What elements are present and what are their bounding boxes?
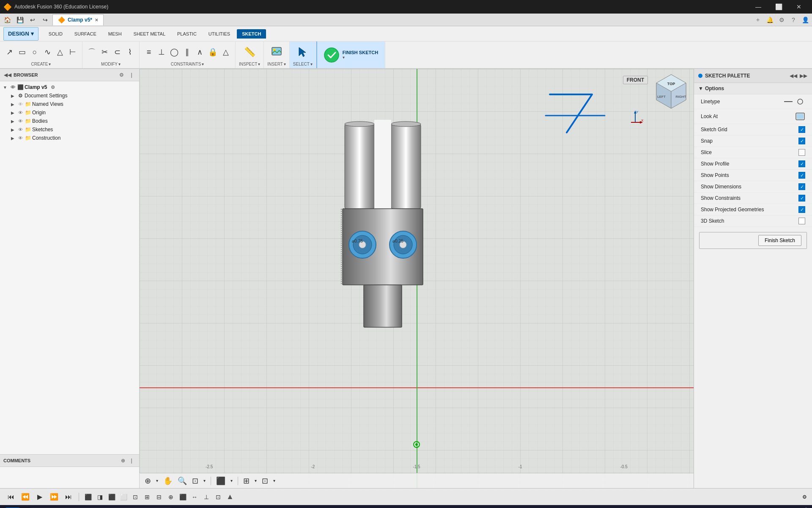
offset-tool[interactable]: ⊂ — [111, 47, 123, 58]
lock-constraint[interactable]: 🔒 — [206, 47, 219, 58]
tree-vis-clamp[interactable]: 👁 — [9, 84, 16, 91]
tab-utilities[interactable]: UTILITIES — [203, 29, 235, 39]
measure-tool[interactable]: 📏 — [242, 46, 257, 58]
browser-collapse-button[interactable]: ◀◀ — [3, 71, 12, 79]
close-button[interactable]: ✕ — [789, 0, 809, 14]
spline-tool[interactable]: ∿ — [41, 47, 53, 58]
tab-plastic[interactable]: PLASTIC — [172, 29, 202, 39]
view-label[interactable]: FRONT — [623, 76, 648, 84]
playback-next[interactable]: ⏩ — [48, 491, 60, 503]
palette-section-options[interactable]: ▼ Options — [694, 83, 812, 94]
view-cube[interactable]: TOP LEFT RIGHT — [652, 72, 690, 110]
timeline-settings[interactable]: ⚙ — [802, 494, 807, 500]
component-icon-9[interactable]: ⬛ — [178, 492, 187, 502]
tab-sketch[interactable]: SKETCH — [237, 29, 266, 39]
tree-arrow-doc-settings[interactable]: ▶ — [9, 92, 16, 99]
arc-tool[interactable]: ↗ — [3, 47, 15, 58]
comments-resize-button[interactable]: | — [127, 456, 136, 465]
linetype-select[interactable] — [783, 97, 793, 107]
tree-settings-clamp[interactable]: ⚙ — [49, 84, 56, 91]
profile-button[interactable]: 👤 — [800, 15, 810, 25]
minimize-button[interactable]: — — [749, 0, 768, 14]
redo-button[interactable]: ↪ — [40, 14, 51, 25]
tree-vis-named-views[interactable]: 👁 — [17, 101, 24, 108]
tree-vis-origin[interactable]: 👁 — [17, 109, 24, 116]
horizontal-constraint[interactable]: ≡ — [143, 47, 155, 58]
tab-solid[interactable]: SOLID — [44, 29, 68, 39]
component-icon-7[interactable]: ⊟ — [154, 492, 164, 502]
tab-list-button[interactable]: 🔔 — [765, 15, 775, 25]
timeline-marker[interactable]: ▲ — [225, 492, 235, 502]
tree-vis-construction[interactable]: 👁 — [17, 135, 24, 141]
tree-vis-bodies[interactable]: 👁 — [17, 118, 24, 124]
tree-item-construction[interactable]: ▶ 👁 📁 Construction — [0, 134, 139, 142]
parallel-constraint[interactable]: ∥ — [181, 47, 193, 58]
grid-dropdown[interactable]: ▾ — [253, 478, 258, 484]
component-icon-11[interactable]: ⊥ — [202, 492, 211, 502]
tree-arrow-bodies[interactable]: ▶ — [9, 118, 16, 124]
comments-add-button[interactable]: ⊕ — [119, 456, 127, 465]
browser-settings-button[interactable]: ⚙ — [117, 71, 126, 79]
maximize-button[interactable]: ⬜ — [769, 0, 788, 14]
snap-checkbox[interactable] — [798, 138, 805, 144]
playback-play[interactable]: ▶ — [34, 491, 46, 503]
component-icon-4[interactable]: ⬜ — [119, 492, 128, 502]
palette-expand-right[interactable]: ▶▶ — [799, 72, 808, 80]
viewport-canvas[interactable]: TOP LEFT RIGHT FRONT Y X — [140, 69, 694, 488]
sketch-grid-checkbox[interactable] — [798, 126, 805, 133]
circle-tool[interactable]: ○ — [29, 47, 41, 58]
show-projected-checkbox[interactable] — [798, 206, 805, 213]
tree-arrow-sketches[interactable]: ▶ — [9, 126, 16, 133]
tab-surface[interactable]: SURFACE — [69, 29, 102, 39]
browser-resize-button[interactable]: | — [127, 71, 136, 79]
ellipse-tool[interactable]: ◯ — [168, 47, 180, 58]
undo-button[interactable]: ↩ — [27, 14, 38, 25]
pan-button[interactable]: ✋ — [162, 475, 174, 486]
component-icon-8[interactable]: ⊕ — [166, 492, 176, 502]
tab-close-button[interactable]: ✕ — [95, 18, 98, 22]
tree-item-origin[interactable]: ▶ 👁 📁 Origin — [0, 108, 139, 117]
line-tool[interactable]: ⊢ — [67, 47, 79, 58]
linetype-option2[interactable] — [795, 97, 805, 107]
show-profile-checkbox[interactable] — [798, 160, 805, 167]
fillet-tool[interactable]: ⌒ — [86, 46, 98, 58]
component-icon-6[interactable]: ⊞ — [143, 492, 152, 502]
fit-dropdown[interactable]: ▾ — [202, 478, 207, 484]
tree-item-clamp[interactable]: ▼ 👁 ⬛ Clamp v5 ⚙ — [0, 83, 139, 91]
palette-collapse-left[interactable]: ◀◀ — [789, 72, 798, 80]
tab-mesh[interactable]: MESH — [103, 29, 127, 39]
design-button[interactable]: DESIGN ▾ — [3, 27, 38, 41]
insert-image[interactable] — [269, 45, 284, 59]
grid-button[interactable]: ⊞ — [241, 475, 251, 486]
polygon-tool[interactable]: △ — [54, 47, 66, 58]
tree-vis-sketches[interactable]: 👁 — [17, 126, 24, 133]
active-tab[interactable]: 🔶 Clamp v5* ✕ — [52, 14, 104, 25]
rectangle-tool[interactable]: ▭ — [16, 47, 28, 58]
perpendicular-constraint[interactable]: ⊥ — [156, 47, 167, 58]
zoom-button[interactable]: 🔍 — [176, 475, 189, 486]
component-icon-5[interactable]: ⊡ — [131, 492, 140, 502]
tree-arrow-construction[interactable]: ▶ — [9, 135, 16, 141]
new-tab-button[interactable]: ＋ — [753, 15, 763, 25]
display-mode-dropdown[interactable]: ▾ — [229, 478, 234, 484]
component-icon-2[interactable]: ◨ — [95, 492, 104, 502]
layout-button[interactable]: ⊡ — [260, 475, 270, 486]
show-dimensions-checkbox[interactable] — [798, 183, 805, 190]
tab-sheet-metal[interactable]: SHEET METAL — [129, 29, 170, 39]
trim-tool[interactable]: ✂ — [99, 47, 110, 58]
viewport[interactable]: TOP LEFT RIGHT FRONT Y X — [140, 69, 694, 488]
component-icon-12[interactable]: ⊡ — [214, 492, 223, 502]
look-at-button[interactable] — [795, 111, 805, 121]
component-icon-3[interactable]: ⬛ — [107, 492, 116, 502]
component-icon-10[interactable]: ↔ — [190, 492, 199, 502]
orbit-dropdown[interactable]: ▾ — [154, 478, 160, 484]
fit-button[interactable]: ⊡ — [190, 475, 200, 486]
slice-checkbox[interactable] — [798, 149, 805, 156]
3d-sketch-checkbox[interactable] — [798, 218, 805, 224]
tree-item-named-views[interactable]: ▶ 👁 📁 Named Views — [0, 100, 139, 108]
playback-last[interactable]: ⏭ — [63, 491, 74, 503]
help-button[interactable]: ? — [788, 15, 798, 25]
component-icon-1[interactable]: ⬛ — [83, 492, 93, 502]
tree-arrow-clamp[interactable]: ▼ — [2, 84, 8, 91]
playback-first[interactable]: ⏮ — [5, 491, 17, 503]
